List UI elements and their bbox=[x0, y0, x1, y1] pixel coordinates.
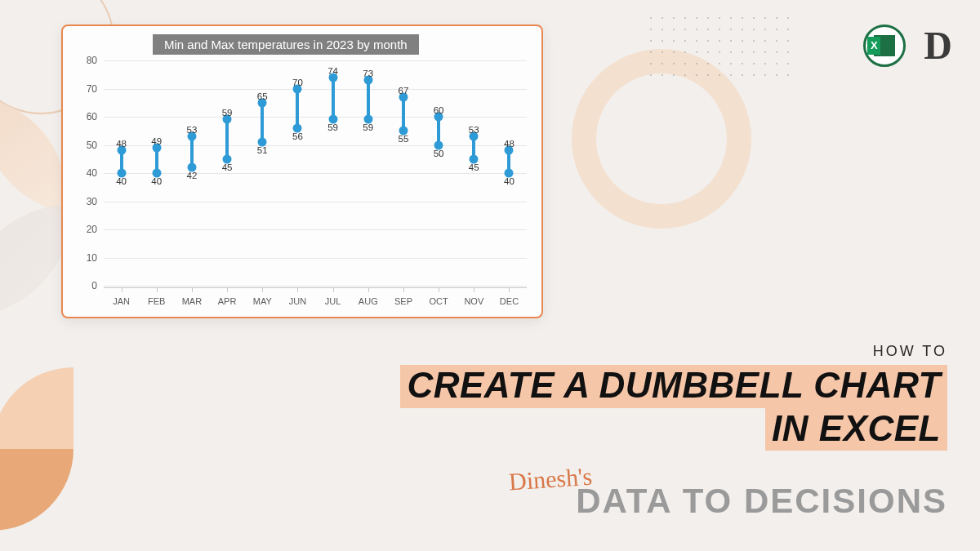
dumbbell-connector bbox=[261, 103, 264, 142]
dumbbell: 5345 bbox=[457, 60, 492, 286]
x-tick-label: FEB bbox=[139, 287, 174, 317]
x-tick-label: APR bbox=[210, 287, 245, 317]
data-label-min: 59 bbox=[327, 122, 338, 132]
data-label-min: 45 bbox=[469, 162, 479, 172]
badge-row: D bbox=[863, 23, 949, 68]
x-tick-label: NOV bbox=[457, 287, 492, 317]
x-tick-label: JAN bbox=[104, 287, 139, 317]
x-tick-label: SEP bbox=[385, 287, 421, 317]
dumbbell: 4940 bbox=[139, 60, 174, 286]
y-tick-label: 50 bbox=[87, 140, 97, 151]
data-label-min: 40 bbox=[504, 176, 514, 186]
data-label-min: 51 bbox=[257, 145, 268, 155]
data-label-max: 48 bbox=[116, 139, 127, 149]
excel-icon-inner bbox=[874, 35, 895, 56]
data-label-min: 40 bbox=[116, 176, 127, 186]
dumbbell: 7359 bbox=[350, 60, 385, 286]
data-label-min: 56 bbox=[292, 131, 303, 141]
grid-line bbox=[104, 286, 527, 287]
data-label-min: 40 bbox=[151, 176, 162, 186]
data-label-min: 45 bbox=[222, 162, 233, 172]
data-label-max: 73 bbox=[363, 69, 373, 78]
excel-icon bbox=[863, 24, 906, 67]
dumbbell: 5945 bbox=[210, 60, 245, 286]
x-tick-label: AUG bbox=[350, 287, 385, 317]
dumbbell: 6551 bbox=[245, 60, 280, 286]
plot-area: 4840494053425945655170567459735967556050… bbox=[104, 60, 527, 286]
dumbbell: 5342 bbox=[174, 60, 209, 286]
deco-quarter bbox=[0, 367, 74, 449]
dumbbell-connector bbox=[225, 119, 229, 158]
data-label-min: 55 bbox=[399, 134, 409, 144]
data-label-min: 42 bbox=[187, 171, 198, 180]
data-label-max: 49 bbox=[151, 136, 162, 146]
y-tick-label: 10 bbox=[87, 252, 97, 264]
x-tick-label: MAR bbox=[174, 287, 209, 317]
x-tick-label: JUL bbox=[315, 287, 350, 317]
deco-dot-grid bbox=[645, 12, 792, 78]
chart-title: Min and Max temperatures in 2023 by mont… bbox=[153, 34, 419, 55]
dumbbell-connector bbox=[367, 80, 370, 119]
dumbbell-connector bbox=[296, 89, 299, 128]
data-label-max: 53 bbox=[469, 125, 479, 135]
data-label-max: 67 bbox=[399, 86, 409, 96]
data-label-max: 65 bbox=[257, 91, 268, 101]
y-tick-label: 80 bbox=[87, 55, 97, 66]
headline-line-1: CREATE A DUMBBELL CHART bbox=[400, 365, 947, 408]
x-tick-label: OCT bbox=[421, 287, 457, 317]
y-tick-label: 40 bbox=[87, 167, 97, 179]
data-label-max: 48 bbox=[504, 139, 514, 149]
x-tick-label: JUN bbox=[280, 287, 315, 317]
dumbbell: 6050 bbox=[421, 60, 457, 286]
chart-card: Min and Max temperatures in 2023 by mont… bbox=[61, 24, 543, 318]
x-axis: JANFEBMARAPRMAYJUNJULAUGSEPOCTNOVDEC bbox=[104, 287, 527, 317]
data-label-max: 53 bbox=[187, 125, 198, 135]
overline-text: HOW TO bbox=[400, 343, 947, 360]
dumbbell: 4840 bbox=[492, 60, 527, 286]
y-axis: 01020304050607080 bbox=[63, 60, 102, 286]
dumbbell: 6755 bbox=[385, 60, 421, 286]
data-label-max: 59 bbox=[222, 108, 233, 118]
headline-line-2: IN EXCEL bbox=[400, 408, 947, 451]
data-label-max: 70 bbox=[292, 78, 303, 87]
dumbbell: 4840 bbox=[104, 60, 139, 286]
x-tick-label: MAY bbox=[245, 287, 280, 317]
dumbbell: 7459 bbox=[315, 60, 350, 286]
headline-block: HOW TO CREATE A DUMBBELL CHART IN EXCEL bbox=[400, 343, 947, 451]
brand-text: DATA TO DECISIONS bbox=[576, 482, 947, 521]
data-label-max: 60 bbox=[434, 105, 444, 115]
data-label-max: 74 bbox=[327, 66, 338, 76]
x-tick-label: DEC bbox=[492, 287, 527, 317]
dumbbell-connector bbox=[332, 78, 335, 120]
data-label-min: 59 bbox=[363, 122, 373, 132]
data-label-min: 50 bbox=[434, 149, 444, 158]
y-tick-label: 20 bbox=[87, 224, 97, 235]
y-tick-label: 0 bbox=[91, 280, 97, 291]
y-tick-label: 70 bbox=[87, 83, 97, 95]
y-tick-label: 60 bbox=[87, 111, 97, 122]
dumbbell: 7056 bbox=[280, 60, 315, 286]
y-tick-label: 30 bbox=[87, 196, 97, 207]
deco-quarter bbox=[0, 449, 74, 531]
brand-logo-icon: D bbox=[924, 23, 949, 68]
